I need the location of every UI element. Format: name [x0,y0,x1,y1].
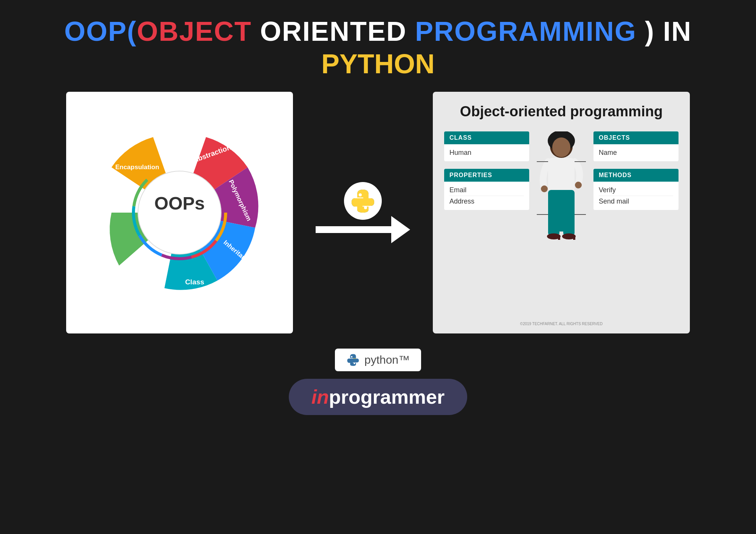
svg-point-20 [541,185,548,192]
oop-diagram-area: CLASS Human PROPERTIES Email Address [444,131,679,318]
properties-content: Email Address [444,182,529,210]
svg-text:OOPs: OOPs [154,193,204,213]
title-python: PYTHON [321,49,435,79]
method-sendmail: Send mail [599,196,673,207]
arrow-head [391,216,410,243]
svg-rect-27 [558,235,560,240]
brand-in: in [311,386,329,408]
class-content: Human [444,144,529,161]
python-badge-logo [346,353,360,367]
property-email: Email [449,185,524,196]
svg-point-15 [364,206,367,209]
right-arrow [316,216,410,243]
class-value: Human [449,147,524,158]
property-address: Address [449,196,524,207]
title-in: ) IN [637,16,692,46]
svg-point-18 [552,137,570,157]
python-badge: python™ [335,349,421,371]
title-object: OBJECT [137,16,252,46]
class-box: CLASS Human [444,131,529,161]
method-verify: Verify [599,185,673,196]
title-area: OOP(OBJECT ORIENTED PROGRAMMING ) IN PYT… [0,0,756,92]
arrow-shaft [316,226,391,233]
oop-panel-title: Object-oriented programming [460,103,663,120]
bottom-area: python™ in programmer [0,349,756,415]
content-row: OOPs Encapsulation Abstraction Polymorph… [0,92,756,333]
oops-diagram: OOPs Encapsulation Abstraction Polymorph… [81,103,278,322]
title-line1: OOP(OBJECT ORIENTED PROGRAMMING ) IN [0,15,756,48]
svg-text:Object: Object [119,270,142,278]
right-panel: Object-oriented programming CLASS Human … [433,92,690,333]
svg-point-14 [359,193,362,196]
svg-point-34 [353,363,355,364]
title-line2: PYTHON [0,48,756,80]
svg-rect-24 [563,211,575,235]
title-oop: OOP( [64,16,137,46]
objects-box: OBJECTS Name [593,131,679,161]
oop-left-column: CLASS Human PROPERTIES Email Address [444,131,529,210]
properties-box: PROPERTIES Email Address [444,169,529,210]
methods-content: Verify Send mail [593,182,679,210]
oop-right-column: OBJECTS Name METHODS Verify Send mail [593,131,679,210]
class-header: CLASS [444,131,529,144]
objects-value: Name [599,147,673,158]
svg-rect-19 [548,158,575,192]
title-programming: PROGRAMMING [415,16,637,46]
svg-text:Class: Class [185,278,204,286]
svg-rect-28 [573,235,575,240]
objects-header: OBJECTS [593,131,679,144]
inprogrammer-badge: in programmer [289,379,468,415]
objects-content: Name [593,144,679,161]
properties-header: PROPERTIES [444,169,529,182]
arrow-area [316,182,410,243]
svg-point-21 [575,182,582,188]
brand-programmer: programmer [329,386,445,408]
oop-center-column [537,131,586,260]
human-figure [537,131,586,260]
python-logo-circle [344,182,382,220]
svg-rect-23 [548,211,559,235]
left-panel: OOPs Encapsulation Abstraction Polymorph… [66,92,293,333]
title-oriented: ORIENTED [252,16,415,46]
python-badge-text: python™ [364,353,410,366]
copyright-text: ©2019 TECHFARNET. ALL RIGHTS RESERVED [520,322,603,326]
methods-header: METHODS [593,169,679,182]
svg-text:Encapsulation: Encapsulation [115,164,159,171]
methods-box: METHODS Verify Send mail [593,169,679,210]
